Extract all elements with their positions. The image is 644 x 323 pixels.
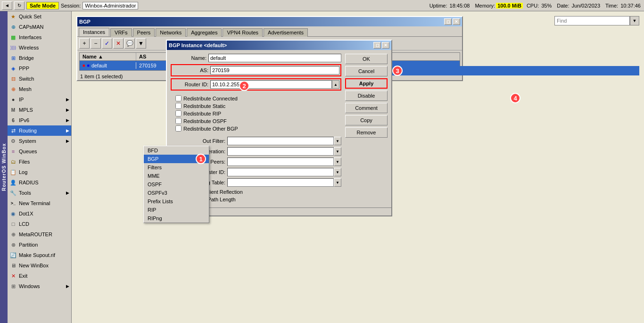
sidebar-item-interfaces[interactable]: ▦ Interfaces [8, 32, 71, 42]
redistribute-connected-checkbox[interactable] [175, 95, 182, 101]
bgp-window-restore-btn[interactable]: ◻ [444, 18, 452, 25]
confederation-peers-dropdown-btn[interactable]: ▼ [334, 157, 341, 166]
confederation-peers-input[interactable] [227, 157, 334, 166]
sidebar-item-capsman-label: CAPsMAN [19, 24, 44, 30]
disable-button[interactable]: Disable [345, 91, 388, 101]
sidebar-item-capsman[interactable]: ⊕ CAPsMAN [8, 22, 71, 32]
sidebar-item-mesh[interactable]: ⊕ Mesh [8, 84, 71, 94]
find-dropdown-btn[interactable]: ▼ [630, 16, 639, 25]
quick-set-icon: ★ [9, 13, 17, 20]
bgp-remove-btn[interactable]: − [91, 38, 101, 49]
cluster-id-input[interactable] [227, 168, 334, 176]
col-name-header[interactable]: Name ▲ [80, 53, 136, 60]
ip-icon: ● [9, 96, 17, 103]
safemode-badge[interactable]: Safe Mode [26, 2, 59, 9]
router-id-input[interactable] [210, 80, 332, 89]
routing-table-input[interactable] [227, 178, 334, 187]
tab-advertisements[interactable]: Advertisements [264, 28, 308, 37]
sidebar-item-system[interactable]: ⚙ System ▶ [8, 136, 71, 146]
submenu-item-ripng[interactable]: RIPng [144, 214, 209, 223]
sidebar-item-make-supout[interactable]: 🔄 Make Supout.rif [8, 250, 71, 260]
bgp-add-btn[interactable]: + [79, 38, 90, 49]
sidebar-item-ipv6[interactable]: 6 IPv6 ▶ [8, 115, 71, 125]
sidebar-item-new-terminal[interactable]: >_ New Terminal [8, 198, 71, 208]
tab-peers[interactable]: Peers [133, 28, 155, 37]
confederation-dropdown-btn[interactable]: ▼ [334, 147, 341, 156]
bgp-enable-btn[interactable]: ✓ [102, 38, 112, 49]
name-field-row: Name: [171, 54, 341, 62]
redistribute-rip-checkbox[interactable] [175, 110, 182, 116]
date-stat: Date: Jun/02/2023 [557, 3, 602, 8]
sidebar-item-ip[interactable]: ● IP ▶ [8, 94, 71, 105]
out-filter-row: Out Filter: ▼ [171, 137, 341, 145]
find-bar: ▼ [554, 16, 639, 25]
tab-aggregates[interactable]: Aggregates [187, 28, 222, 37]
sidebar-item-ppp[interactable]: ◈ PPP [8, 63, 71, 74]
sidebar-item-routing[interactable]: ⇄ Routing ▶ [8, 125, 71, 136]
name-input[interactable] [208, 54, 341, 62]
sidebar-item-windows[interactable]: ⊞ Windows ▶ [8, 281, 71, 291]
redistribute-ospf-checkbox[interactable] [175, 118, 182, 124]
routing-table-dropdown-btn[interactable]: ▼ [334, 178, 341, 187]
session-value: Winbox-Administrador [83, 2, 138, 9]
topbar-refresh-btn[interactable]: ↻ [14, 1, 25, 10]
sidebar-item-queues[interactable]: ≡ Queues [8, 146, 71, 157]
sidebar-item-quick-set[interactable]: ★ Quick Set [8, 11, 71, 22]
sidebar-item-metarouter[interactable]: ⊕ MetaROUTER [8, 229, 71, 240]
sidebar-item-dot1x[interactable]: ◉ Dot1X [8, 208, 71, 219]
sidebar-item-files[interactable]: 🗂 Files [8, 157, 71, 167]
submenu-item-prefix-lists[interactable]: Prefix Lists [144, 197, 209, 206]
submenu-item-rip[interactable]: RIP [144, 206, 209, 214]
sidebar-item-files-label: Files [19, 159, 30, 165]
router-id-dropdown-btn[interactable]: ▲ [332, 80, 339, 89]
tab-vrfs[interactable]: VRFs [110, 28, 132, 37]
right-table-selected-row [378, 66, 639, 75]
as-input[interactable] [210, 66, 339, 75]
submenu-item-bfd[interactable]: BFD [144, 146, 209, 155]
sidebar-item-switch[interactable]: ⊟ Switch [8, 74, 71, 84]
sidebar-item-exit[interactable]: ✕ Exit [8, 271, 71, 281]
submenu-item-filters[interactable]: Filters [144, 163, 209, 172]
interfaces-icon: ▦ [9, 33, 17, 41]
bgp-filter-btn[interactable]: ▼ [136, 38, 146, 49]
redistribute-other-bgp-checkbox[interactable] [175, 125, 182, 132]
tab-instances[interactable]: Instances [79, 28, 109, 36]
ok-button[interactable]: OK [345, 54, 388, 64]
tab-networks[interactable]: Networks [156, 28, 186, 37]
sidebar-item-interfaces-label: Interfaces [19, 34, 41, 40]
apply-button[interactable]: Apply [345, 78, 388, 89]
sidebar-item-radius[interactable]: 👤 RADIUS [8, 177, 71, 188]
tab-vpn4routes[interactable]: VPN4 Routes [223, 28, 263, 37]
submenu-item-ospf[interactable]: OSPF [144, 180, 209, 189]
sidebar-item-bridge[interactable]: ⊞ Bridge [8, 53, 71, 63]
sidebar-item-mpls[interactable]: M MPLS ▶ [8, 105, 71, 115]
sidebar-item-partition[interactable]: ⊗ Partition [8, 240, 71, 250]
remove-button[interactable]: Remove [345, 127, 388, 138]
submenu-item-mme[interactable]: MME [144, 172, 209, 180]
routing-arrow-icon: ▶ [66, 128, 69, 133]
routing-table-input-wrap: ▼ [227, 178, 341, 187]
cancel-button[interactable]: Cancel [345, 66, 388, 76]
confederation-input[interactable] [227, 147, 334, 156]
out-filter-dropdown-btn[interactable]: ▼ [334, 137, 341, 145]
topbar-back-btn[interactable]: ◄ [2, 1, 12, 10]
bgp-instance-close-btn[interactable]: ✕ [382, 42, 389, 49]
bgp-disable-btn[interactable]: ✕ [113, 38, 124, 49]
sidebar-item-wireless[interactable]: )))) Wireless [8, 42, 71, 53]
sidebar-item-make-supout-label: Make Supout.rif [19, 252, 55, 258]
sidebar-item-log[interactable]: 📋 Log [8, 167, 71, 177]
sidebar-item-system-label: System [19, 138, 36, 144]
bgp-comment-btn[interactable]: 💬 [124, 38, 135, 49]
redistribute-static-checkbox[interactable] [175, 103, 182, 109]
comment-button[interactable]: Comment [345, 103, 388, 113]
copy-button[interactable]: Copy [345, 115, 388, 125]
out-filter-input[interactable] [227, 137, 334, 145]
sidebar-item-tools[interactable]: 🔧 Tools ▶ [8, 188, 71, 198]
submenu-item-ospfv3[interactable]: OSPFv3 [144, 189, 209, 197]
cluster-id-dropdown-btn[interactable]: ▼ [334, 168, 341, 176]
bgp-instance-restore-btn[interactable]: ◻ [373, 42, 381, 49]
find-input[interactable] [554, 16, 630, 25]
bgp-window-close-btn[interactable]: ✕ [453, 18, 460, 25]
sidebar-item-lcd[interactable]: □ LCD [8, 219, 71, 229]
sidebar-item-new-winbox[interactable]: 🖥 New WinBox [8, 260, 71, 271]
